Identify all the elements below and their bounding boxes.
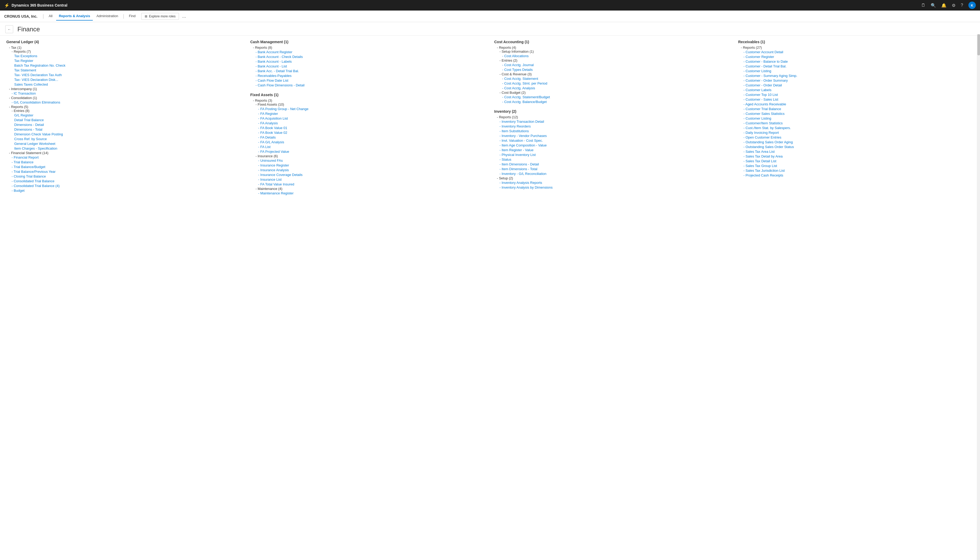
link-financial-report[interactable]: - Financial Report [12, 155, 242, 160]
link-item-register-value[interactable]: - Item Register - Value [499, 148, 730, 152]
link-bank-list[interactable]: - Bank Account - List [255, 64, 486, 68]
link-trial-balance-prev[interactable]: - Trial Balance/Previous Year [12, 169, 242, 174]
nav-all[interactable]: All [46, 12, 55, 20]
link-customer-order-summary[interactable]: - Customer - Order Summary [744, 78, 974, 83]
link-customer-trial-balance[interactable]: - Customer Trial Balance [744, 107, 974, 111]
link-customer-summary-aging[interactable]: - Customer - Summary Aging Simp. [744, 73, 974, 78]
link-customer-labels[interactable]: - Customer Labels [744, 88, 974, 92]
link-consolidated-trial[interactable]: - Consolidated Trial Balance [12, 179, 242, 183]
link-gl-consolidation[interactable]: - G/L Consolidation Eliminations [12, 100, 242, 105]
link-cross-ref[interactable]: Cross Ref. by Source [14, 137, 242, 141]
link-cost-acctg-balance-budget[interactable]: - Cost Acctg. Balance/Budget [502, 100, 730, 104]
link-item-dimensions-total[interactable]: - Item Dimensions - Total [499, 167, 730, 171]
link-sales-taxes-collected[interactable]: Sales Taxes Collected [14, 82, 242, 87]
link-insurance-list[interactable]: - Insurance List [258, 177, 486, 182]
link-open-customer-entries[interactable]: - Open Customer Entries [744, 135, 974, 140]
link-fa-book-value-01[interactable]: - FA Book Value 01 [258, 126, 486, 130]
link-inventory-analysis-dimensions[interactable]: - Inventory Analysis by Dimensions [499, 185, 730, 190]
link-cost-acctg-analysis[interactable]: - Cost Acctg. Analysis [502, 86, 730, 90]
link-item-substitutions[interactable]: - Item Substitutions [499, 129, 730, 133]
nav-reports-analysis[interactable]: Reports & Analysis [56, 12, 93, 20]
link-bank-account-register[interactable]: - Bank Account Register [255, 50, 486, 54]
link-fa-analysis[interactable]: - FA Analysis [258, 121, 486, 125]
link-fa-posting-group[interactable]: - FA Posting Group - Net Change [258, 107, 486, 111]
link-consolidated-trial-4[interactable]: - Consolidated Trial Balance (4) [12, 183, 242, 188]
link-projected-cash-receipts[interactable]: - Projected Cash Receipts [744, 173, 974, 178]
link-sales-tax-area-list[interactable]: - Sales Tax Area List [744, 149, 974, 154]
link-dimensions-total[interactable]: Dimensions - Total [14, 127, 242, 132]
link-item-charges[interactable]: Item Charges - Specification [14, 146, 242, 151]
link-inventory-vendor[interactable]: - Inventory - Vendor Purchases [499, 133, 730, 138]
link-sales-tax-detail-list[interactable]: - Sales Tax Detail List [744, 159, 974, 163]
link-tax-register[interactable]: Tax Register [14, 58, 242, 63]
link-cost-acctg-stmt-period[interactable]: - Cost Acctg. Stmt. per Period [502, 81, 730, 86]
link-insurance-analysis[interactable]: - Insurance Analysis [258, 168, 486, 172]
link-fa-list[interactable]: - FA List [258, 145, 486, 149]
link-batch-tax[interactable]: Batch Tax Registration No. Check [14, 63, 242, 68]
link-trial-balance-budget[interactable]: - Trial Balance/Budget [12, 165, 242, 169]
link-insurance-register[interactable]: - Insurance Register [258, 163, 486, 168]
nav-administration[interactable]: Administration [94, 12, 121, 20]
link-inventory-analysis-reports[interactable]: - Inventory Analysis Reports [499, 180, 730, 185]
link-invt-valuation[interactable]: - Invt. Valuation - Cost Spec. [499, 138, 730, 143]
explore-roles-button[interactable]: ⊞ Explore more roles [141, 13, 179, 20]
document-icon[interactable]: 🗒 [921, 3, 925, 8]
link-insurance-coverage[interactable]: - Insurance Coverage Details [258, 173, 486, 177]
link-dimension-check[interactable]: Dimension Check Value Posting [14, 132, 242, 137]
link-gl-register[interactable]: G/L Register [14, 113, 242, 117]
link-customer-sales-list[interactable]: - Customer - Sales List [744, 97, 974, 102]
link-outstanding-sales-status[interactable]: - Outstanding Sales Order Status [744, 145, 974, 149]
link-cash-flow-date[interactable]: - Cash Flow Date List [255, 78, 486, 83]
link-tax-exceptions[interactable]: Tax Exceptions [14, 54, 242, 58]
link-dimensions-detail[interactable]: Dimensions - Detail [14, 122, 242, 127]
link-physical-inventory[interactable]: - Physical Inventory List [499, 153, 730, 157]
link-tax-statement[interactable]: Tax Statement [14, 68, 242, 72]
link-customer-order-detail[interactable]: - Customer - Order Detail [744, 83, 974, 87]
link-bank-check-details[interactable]: - Bank Account - Check Details [255, 55, 486, 59]
link-sales-tax-detail-area[interactable]: - Sales Tax Detail by Area [744, 154, 974, 158]
link-outstanding-sales-aging[interactable]: - Outstanding Sales Order Aging [744, 140, 974, 144]
link-trial-balance[interactable]: - Trial Balance [12, 160, 242, 164]
link-fa-book-value-02[interactable]: - FA Book Value 02 [258, 130, 486, 135]
link-cost-acctg-statement[interactable]: - Cost Acctg. Statement [502, 77, 730, 81]
link-tax-vies-auth[interactable]: Tax- VIES Declaration Tax Auth [14, 73, 242, 77]
link-aged-accounts-receivable[interactable]: - Aged Accounts Receivable [744, 102, 974, 107]
link-customer-item-statistics[interactable]: - Customer/Item Statistics [744, 121, 974, 125]
link-sales-tax-jurisdiction[interactable]: - Sales Tax Jurisdiction List [744, 168, 974, 173]
link-item-dimensions-detail[interactable]: - Item Dimensions - Detail [499, 162, 730, 167]
link-customer-sales-statistics[interactable]: - Customer Sales Statistics [744, 112, 974, 116]
link-status[interactable]: - Status [499, 157, 730, 162]
link-customer-account-detail[interactable]: - Customer Account Detail [744, 50, 974, 54]
link-cost-allocations[interactable]: - Cost Allocations [502, 54, 730, 58]
search-icon[interactable]: 🔍 [931, 3, 936, 8]
more-button[interactable]: ... [180, 13, 188, 19]
link-maintenance-register[interactable]: - Maintenance Register [258, 191, 486, 195]
link-fa-register[interactable]: - FA Register [258, 112, 486, 116]
back-button[interactable]: ← [5, 25, 13, 33]
link-customer-detail-trial[interactable]: - Customer - Detail Trial Bal. [744, 64, 974, 68]
nav-find[interactable]: Find [126, 12, 138, 20]
link-fa-projected[interactable]: - FA Projected Value [258, 149, 486, 154]
scrollbar-thumb[interactable] [977, 34, 980, 55]
link-closing-trial[interactable]: - Closing Trial Balance [12, 174, 242, 178]
help-icon[interactable]: ? [961, 3, 963, 8]
link-customer-register[interactable]: - Customer Register [744, 55, 974, 59]
link-bank-labels[interactable]: - Bank Account - Labels [255, 59, 486, 64]
link-tax-vies-disk[interactable]: Tax- VIES Declaration Disk... [14, 77, 242, 82]
link-customer-balance-to-date[interactable]: - Customer - Balance to Date [744, 59, 974, 64]
link-sales-tax-group-list[interactable]: - Sales Tax Group List [744, 163, 974, 168]
link-customer-listing-1[interactable]: - Customer Listing [744, 69, 974, 73]
link-inventory-transaction[interactable]: - Inventory Transaction Detail [499, 119, 730, 124]
link-cash-flow-dimensions[interactable]: - Cash Flow Dimensions - Detail [255, 83, 486, 87]
link-receivables-payables[interactable]: - Receivables-Payables [255, 73, 486, 78]
notification-icon[interactable]: 🔔 [941, 3, 947, 8]
link-fa-details[interactable]: - FA Details [258, 135, 486, 140]
link-cost-types-details[interactable]: - Cost Types Details [502, 67, 730, 72]
link-gl-worksheet[interactable]: General Ledger Worksheet [14, 142, 242, 146]
link-budget[interactable]: - Budget [12, 188, 242, 193]
user-avatar[interactable]: K [968, 2, 976, 9]
link-bank-detail-trial[interactable]: - Bank Acc. - Detail Trial Bal. [255, 69, 486, 73]
link-cust-item-stat-salespers[interactable]: - Cust./Item Stat. by Salespers. [744, 126, 974, 130]
link-fa-acquisition[interactable]: - FA Acquisition List [258, 116, 486, 121]
link-cost-acctg-journal[interactable]: - Cost Acctg. Journal [502, 63, 730, 67]
